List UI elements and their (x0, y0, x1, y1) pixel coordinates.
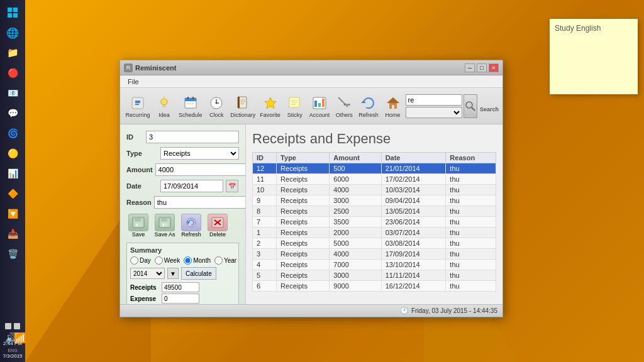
table-row[interactable]: 8Receipts250013/05/2014thu (253, 206, 496, 217)
dictionary-label: Dictionary (230, 112, 255, 118)
toolbar-recurring[interactable]: Recurring (124, 92, 152, 121)
cell-id: 11 (253, 174, 277, 185)
taskbar-app1-icon[interactable]: 🔴 (4, 64, 21, 82)
cell-reason: thu (446, 163, 496, 174)
status-bar: 🕐 Friday, 03 July 2015 - 14:44:35 (120, 304, 502, 317)
table-row[interactable]: 6Receipts900016/12/2014thu (253, 281, 496, 292)
date-input[interactable] (160, 180, 223, 192)
refresh-form-button[interactable]: Refresh (179, 214, 203, 238)
col-type: Type (277, 153, 330, 163)
table-row[interactable]: 12Receipts50021/01/2014thu (253, 163, 496, 174)
menu-file[interactable]: File (123, 77, 144, 87)
radio-day[interactable]: Day (130, 256, 151, 265)
form-panel: ID Type Receipts Amount Date 📅 (120, 124, 246, 317)
radio-day-input[interactable] (130, 256, 138, 265)
taskbar-app6-icon[interactable]: 🔶 (4, 185, 21, 202)
toolbar-favorite[interactable]: Favorite (258, 92, 282, 121)
toolbar-others[interactable]: Others (333, 92, 355, 121)
taskbar-app5-icon[interactable]: 📊 (4, 165, 21, 182)
table-row[interactable]: 5Receipts300011/11/2014thu (253, 270, 496, 281)
reason-input[interactable] (154, 196, 246, 209)
search-label[interactable]: Home Search (480, 100, 499, 112)
id-input[interactable] (146, 131, 239, 143)
receipts-value[interactable] (162, 282, 199, 292)
id-label: ID (126, 133, 143, 141)
taskbar-download-icon[interactable]: 📥 (4, 225, 21, 243)
others-label: Others (336, 112, 353, 118)
radio-year-input[interactable] (214, 256, 223, 265)
expense-value[interactable] (162, 293, 199, 304)
toolbar-refresh[interactable]: Refresh (357, 92, 380, 121)
toolbar-schedule[interactable]: Schedule (177, 92, 204, 121)
type-select[interactable]: Receipts (160, 147, 239, 160)
expense-label: Expense (130, 295, 162, 302)
taskbar-app3-icon[interactable]: 🌀 (4, 124, 21, 142)
taskbar-skype-icon[interactable]: 💬 (4, 104, 21, 122)
minimize-button[interactable]: ─ (465, 63, 475, 72)
taskbar-app2-icon[interactable]: 📧 (4, 84, 21, 102)
windows-start-icon[interactable] (4, 4, 21, 21)
save-as-button[interactable]: Save As (153, 214, 177, 238)
taskbar-app7-icon[interactable]: 🔽 (4, 205, 21, 222)
type-row: Type Receipts (126, 147, 239, 160)
table-row[interactable]: 4Receipts700013/10/2014thu (253, 260, 496, 270)
date-row: Date 📅 (126, 180, 239, 192)
radio-week[interactable]: Week (155, 256, 180, 265)
svg-marker-38 (387, 97, 399, 103)
toolbar-idea[interactable]: Idea (153, 92, 175, 121)
year-picker-button[interactable]: ▼ (167, 268, 179, 279)
table-row[interactable]: 7Receipts350023/06/2014thu (253, 217, 496, 228)
sticky-label: Sticky (287, 112, 303, 118)
cell-amount: 4000 (330, 185, 381, 195)
toolbar-home[interactable]: Home (382, 92, 404, 121)
toolbar-clock[interactable]: Clock (205, 92, 228, 121)
radio-year[interactable]: Year (214, 256, 236, 265)
radio-month-input[interactable] (184, 256, 192, 265)
taskbar-browser-icon[interactable]: 🌐 (4, 24, 21, 41)
calculate-button[interactable]: Calculate (181, 267, 216, 280)
taskbar-folder-icon[interactable]: 📁 (4, 44, 21, 62)
svg-rect-1 (13, 8, 18, 12)
col-reason: Reason (446, 153, 496, 163)
home-icon (384, 94, 402, 112)
svg-point-18 (216, 102, 218, 104)
refresh-form-icon (181, 214, 201, 231)
taskbar-app4-icon[interactable]: 🟡 (4, 145, 21, 162)
radio-week-input[interactable] (155, 256, 163, 265)
maximize-button[interactable]: □ (477, 63, 487, 72)
save-button[interactable]: Save (126, 214, 150, 238)
radio-month[interactable]: Month (184, 256, 211, 265)
table-row[interactable]: 3Receipts400017/09/2014thu (253, 249, 496, 260)
status-datetime: Friday, 03 July 2015 - 14:44:35 (411, 307, 497, 314)
window-icon: R (124, 63, 133, 72)
table-row[interactable]: 11Receipts600017/02/2014thu (253, 174, 496, 185)
cell-date: 10/03/2014 (381, 185, 446, 195)
toolbar-sticky[interactable]: Sticky (284, 92, 306, 121)
delete-button[interactable]: Delete (206, 214, 230, 238)
search-button[interactable] (464, 94, 477, 118)
svg-point-39 (466, 102, 472, 108)
search-dropdown[interactable] (406, 107, 462, 118)
taskbar-mini-btn2[interactable] (14, 323, 20, 329)
amount-input[interactable] (155, 163, 246, 176)
year-select[interactable]: 2014 (130, 268, 165, 279)
toolbar-account[interactable]: Account (308, 92, 332, 121)
search-input[interactable] (406, 94, 462, 106)
cell-reason: thu (446, 185, 496, 195)
close-button[interactable]: ✕ (489, 63, 499, 72)
cell-date: 16/12/2014 (381, 281, 446, 292)
cell-reason: thu (446, 249, 496, 260)
taskbar-mini-btn1[interactable] (5, 323, 11, 329)
toolbar-dictionary[interactable]: Dictionary (229, 92, 257, 121)
table-row[interactable]: 1Receipts200003/07/2014thu (253, 228, 496, 238)
cell-amount: 3000 (330, 270, 381, 281)
cell-amount: 3500 (330, 217, 381, 228)
cell-id: 5 (253, 270, 277, 281)
toolbar: Recurring Idea Schedule Clock (120, 88, 502, 124)
calendar-button[interactable]: 📅 (226, 180, 238, 192)
table-row[interactable]: 2Receipts500003/08/2014thu (253, 238, 496, 249)
taskbar-recycle-icon[interactable]: 🗑️ (4, 245, 21, 263)
cell-reason: thu (446, 270, 496, 281)
table-row[interactable]: 9Receipts300009/04/2014thu (253, 195, 496, 206)
table-row[interactable]: 10Receipts400010/03/2014thu (253, 185, 496, 195)
